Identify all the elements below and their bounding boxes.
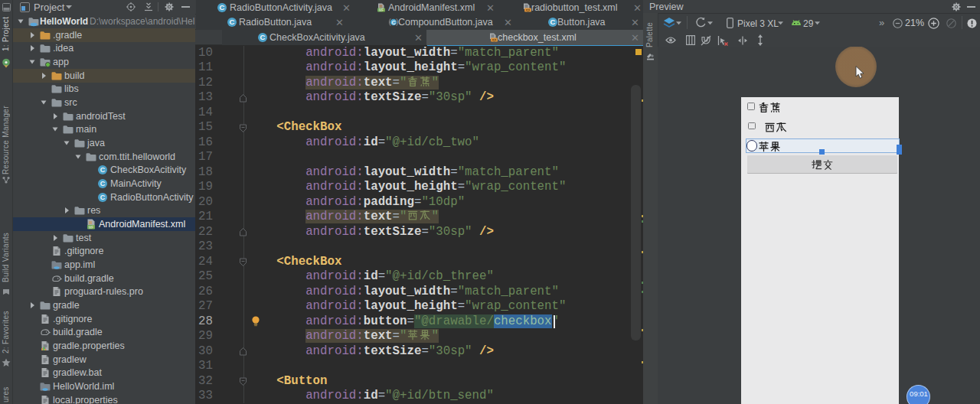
svg-text:C: C [100,167,106,174]
svg-text:C: C [100,194,106,201]
svg-text:<>: <> [492,37,497,41]
svg-text:MF: MF [379,8,384,11]
svg-text:C: C [100,180,106,187]
svg-text:<>: <> [526,8,531,11]
svg-text:MF: MF [89,226,94,230]
svg-text:C: C [391,18,396,25]
